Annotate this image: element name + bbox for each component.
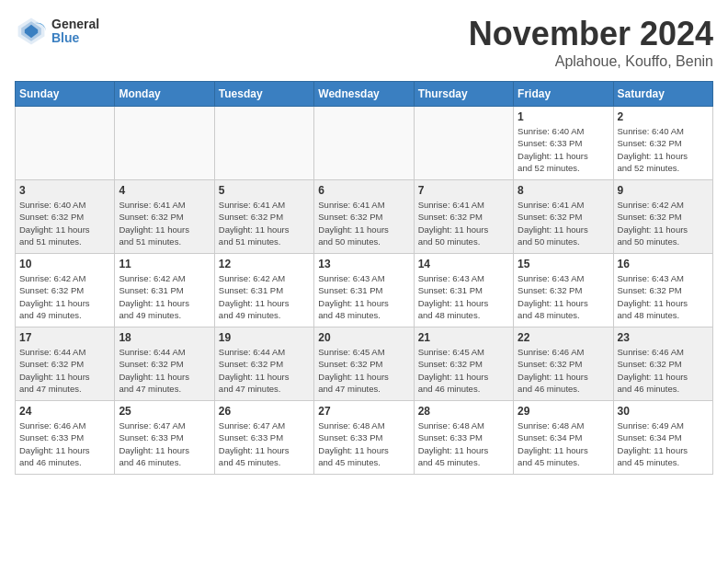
day-number: 21: [418, 331, 509, 344]
calendar-cell: 13Sunrise: 6:43 AM Sunset: 6:31 PM Dayli…: [314, 254, 414, 327]
day-info: Sunrise: 6:46 AM Sunset: 6:32 PM Dayligh…: [518, 346, 609, 395]
logo-text: General Blue: [51, 17, 99, 46]
weekday-header-saturday: Saturday: [613, 82, 712, 107]
calendar-cell: [314, 107, 414, 180]
day-number: 6: [318, 184, 409, 197]
day-info: Sunrise: 6:41 AM Sunset: 6:32 PM Dayligh…: [219, 199, 310, 247]
calendar-cell: 26Sunrise: 6:47 AM Sunset: 6:33 PM Dayli…: [214, 401, 313, 475]
day-number: 17: [19, 331, 110, 344]
weekday-header-wednesday: Wednesday: [314, 82, 414, 107]
day-info: Sunrise: 6:46 AM Sunset: 6:33 PM Dayligh…: [19, 419, 110, 468]
day-info: Sunrise: 6:43 AM Sunset: 6:31 PM Dayligh…: [418, 272, 509, 321]
day-info: Sunrise: 6:40 AM Sunset: 6:32 PM Dayligh…: [618, 125, 709, 174]
day-info: Sunrise: 6:43 AM Sunset: 6:32 PM Dayligh…: [618, 272, 709, 321]
calendar: SundayMondayTuesdayWednesdayThursdayFrid…: [15, 81, 713, 475]
day-number: 3: [19, 184, 110, 197]
day-info: Sunrise: 6:48 AM Sunset: 6:34 PM Dayligh…: [518, 419, 609, 468]
day-info: Sunrise: 6:44 AM Sunset: 6:32 PM Dayligh…: [219, 346, 310, 395]
day-number: 26: [219, 405, 310, 418]
day-info: Sunrise: 6:43 AM Sunset: 6:31 PM Dayligh…: [318, 272, 409, 321]
day-info: Sunrise: 6:42 AM Sunset: 6:31 PM Dayligh…: [119, 272, 210, 321]
day-number: 20: [318, 331, 409, 344]
weekday-header-thursday: Thursday: [414, 82, 513, 107]
day-info: Sunrise: 6:45 AM Sunset: 6:32 PM Dayligh…: [318, 346, 409, 395]
calendar-week-1: 1Sunrise: 6:40 AM Sunset: 6:33 PM Daylig…: [16, 107, 713, 180]
day-info: Sunrise: 6:40 AM Sunset: 6:33 PM Dayligh…: [518, 125, 609, 174]
calendar-body: 1Sunrise: 6:40 AM Sunset: 6:33 PM Daylig…: [16, 107, 713, 475]
calendar-cell: 6Sunrise: 6:41 AM Sunset: 6:32 PM Daylig…: [314, 180, 414, 254]
calendar-week-3: 10Sunrise: 6:42 AM Sunset: 6:32 PM Dayli…: [16, 254, 713, 327]
calendar-cell: 5Sunrise: 6:41 AM Sunset: 6:32 PM Daylig…: [214, 180, 313, 254]
calendar-cell: 20Sunrise: 6:45 AM Sunset: 6:32 PM Dayli…: [314, 327, 414, 401]
day-number: 9: [618, 184, 709, 197]
day-info: Sunrise: 6:44 AM Sunset: 6:32 PM Dayligh…: [19, 346, 110, 395]
calendar-cell: 25Sunrise: 6:47 AM Sunset: 6:33 PM Dayli…: [115, 401, 214, 475]
day-number: 10: [19, 258, 110, 270]
calendar-cell: 30Sunrise: 6:49 AM Sunset: 6:34 PM Dayli…: [613, 401, 712, 475]
calendar-cell: 1Sunrise: 6:40 AM Sunset: 6:33 PM Daylig…: [514, 107, 613, 180]
calendar-cell: 7Sunrise: 6:41 AM Sunset: 6:32 PM Daylig…: [414, 180, 513, 254]
calendar-cell: 16Sunrise: 6:43 AM Sunset: 6:32 PM Dayli…: [613, 254, 712, 327]
logo: General Blue: [15, 15, 99, 48]
calendar-week-4: 17Sunrise: 6:44 AM Sunset: 6:32 PM Dayli…: [16, 327, 713, 401]
calendar-cell: 28Sunrise: 6:48 AM Sunset: 6:33 PM Dayli…: [414, 401, 513, 475]
calendar-cell: 12Sunrise: 6:42 AM Sunset: 6:31 PM Dayli…: [214, 254, 313, 327]
day-info: Sunrise: 6:43 AM Sunset: 6:32 PM Dayligh…: [518, 272, 609, 321]
calendar-cell: 2Sunrise: 6:40 AM Sunset: 6:32 PM Daylig…: [613, 107, 712, 180]
day-info: Sunrise: 6:49 AM Sunset: 6:34 PM Dayligh…: [618, 419, 709, 468]
calendar-cell: 21Sunrise: 6:45 AM Sunset: 6:32 PM Dayli…: [414, 327, 513, 401]
day-number: 25: [119, 405, 210, 418]
calendar-cell: 22Sunrise: 6:46 AM Sunset: 6:32 PM Dayli…: [514, 327, 613, 401]
calendar-cell: 15Sunrise: 6:43 AM Sunset: 6:32 PM Dayli…: [514, 254, 613, 327]
day-info: Sunrise: 6:41 AM Sunset: 6:32 PM Dayligh…: [318, 199, 409, 247]
day-info: Sunrise: 6:45 AM Sunset: 6:32 PM Dayligh…: [418, 346, 509, 395]
day-number: 7: [418, 184, 509, 197]
logo-general: General: [51, 17, 99, 31]
day-info: Sunrise: 6:41 AM Sunset: 6:32 PM Dayligh…: [518, 199, 609, 247]
weekday-header-monday: Monday: [115, 82, 214, 107]
calendar-cell: 14Sunrise: 6:43 AM Sunset: 6:31 PM Dayli…: [414, 254, 513, 327]
day-info: Sunrise: 6:47 AM Sunset: 6:33 PM Dayligh…: [219, 419, 310, 468]
calendar-cell: 11Sunrise: 6:42 AM Sunset: 6:31 PM Dayli…: [115, 254, 214, 327]
day-number: 22: [518, 331, 609, 344]
day-info: Sunrise: 6:47 AM Sunset: 6:33 PM Dayligh…: [119, 419, 210, 468]
title-block: November 2024 Aplahoue, Kouffo, Benin: [469, 15, 713, 70]
calendar-cell: 19Sunrise: 6:44 AM Sunset: 6:32 PM Dayli…: [214, 327, 313, 401]
day-info: Sunrise: 6:48 AM Sunset: 6:33 PM Dayligh…: [418, 419, 509, 468]
calendar-week-2: 3Sunrise: 6:40 AM Sunset: 6:32 PM Daylig…: [16, 180, 713, 254]
day-info: Sunrise: 6:42 AM Sunset: 6:32 PM Dayligh…: [19, 272, 110, 321]
day-number: 24: [19, 405, 110, 418]
calendar-cell: 3Sunrise: 6:40 AM Sunset: 6:32 PM Daylig…: [16, 180, 115, 254]
day-number: 16: [618, 258, 709, 270]
day-number: 4: [119, 184, 210, 197]
day-number: 19: [219, 331, 310, 344]
day-number: 28: [418, 405, 509, 418]
day-info: Sunrise: 6:42 AM Sunset: 6:31 PM Dayligh…: [219, 272, 310, 321]
weekday-header-sunday: Sunday: [16, 82, 115, 107]
calendar-cell: [414, 107, 513, 180]
day-number: 29: [518, 405, 609, 418]
calendar-cell: [214, 107, 313, 180]
calendar-cell: 27Sunrise: 6:48 AM Sunset: 6:33 PM Dayli…: [314, 401, 414, 475]
calendar-cell: 18Sunrise: 6:44 AM Sunset: 6:32 PM Dayli…: [115, 327, 214, 401]
calendar-cell: 8Sunrise: 6:41 AM Sunset: 6:32 PM Daylig…: [514, 180, 613, 254]
day-info: Sunrise: 6:40 AM Sunset: 6:32 PM Dayligh…: [19, 199, 110, 247]
calendar-week-5: 24Sunrise: 6:46 AM Sunset: 6:33 PM Dayli…: [16, 401, 713, 475]
day-number: 13: [318, 258, 409, 270]
month-title: November 2024: [469, 15, 713, 53]
logo-icon: [15, 15, 48, 48]
calendar-cell: 29Sunrise: 6:48 AM Sunset: 6:34 PM Dayli…: [514, 401, 613, 475]
day-info: Sunrise: 6:41 AM Sunset: 6:32 PM Dayligh…: [119, 199, 210, 247]
calendar-cell: 9Sunrise: 6:42 AM Sunset: 6:32 PM Daylig…: [613, 180, 712, 254]
day-info: Sunrise: 6:42 AM Sunset: 6:32 PM Dayligh…: [618, 199, 709, 247]
day-number: 12: [219, 258, 310, 270]
calendar-cell: 10Sunrise: 6:42 AM Sunset: 6:32 PM Dayli…: [16, 254, 115, 327]
day-number: 30: [618, 405, 709, 418]
day-info: Sunrise: 6:44 AM Sunset: 6:32 PM Dayligh…: [119, 346, 210, 395]
day-number: 14: [418, 258, 509, 270]
page-header: General Blue November 2024 Aplahoue, Kou…: [15, 15, 713, 70]
calendar-cell: [16, 107, 115, 180]
day-number: 27: [318, 405, 409, 418]
calendar-header: SundayMondayTuesdayWednesdayThursdayFrid…: [16, 82, 713, 107]
day-number: 23: [618, 331, 709, 344]
